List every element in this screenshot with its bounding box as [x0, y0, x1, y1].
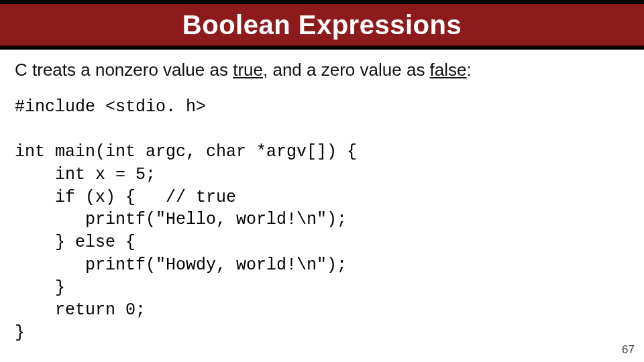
intro-post: :: [467, 60, 472, 80]
title-bar: Boolean Expressions: [0, 0, 644, 50]
intro-mid: , and a zero value as: [263, 60, 430, 80]
intro-pre: C treats a nonzero value as: [15, 60, 233, 80]
slide-title: Boolean Expressions: [182, 10, 462, 40]
slide-body: C treats a nonzero value as true, and a …: [0, 50, 644, 345]
intro-false: false: [430, 60, 467, 80]
intro-text: C treats a nonzero value as true, and a …: [15, 59, 629, 81]
page-number: 67: [622, 343, 635, 357]
code-block: #include <stdio. h> int main(int argc, c…: [15, 96, 629, 345]
intro-true: true: [233, 60, 263, 80]
slide: Boolean Expressions C treats a nonzero v…: [0, 0, 644, 362]
